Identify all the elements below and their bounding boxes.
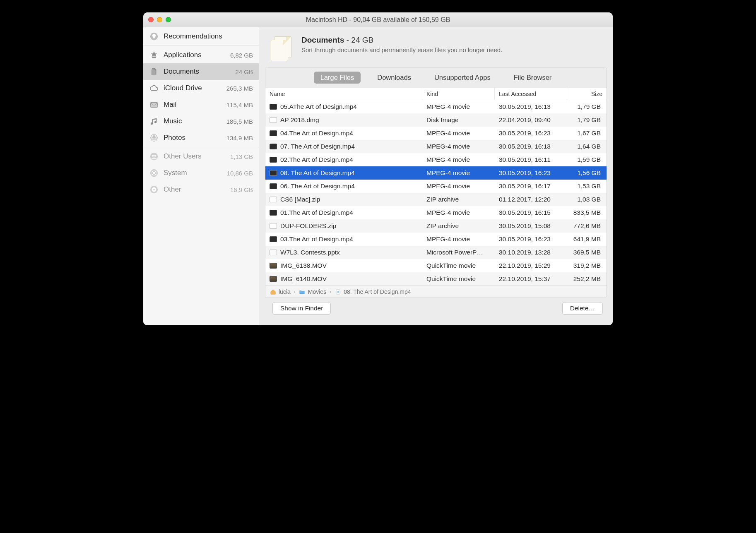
show-in-finder-button[interactable]: Show in Finder xyxy=(272,302,331,315)
path-segment[interactable]: lucia xyxy=(279,288,291,295)
path-segment[interactable]: 08. The Art of Design.mp4 xyxy=(344,288,411,295)
sidebar-item-other-users[interactable]: Other Users1,13 GB xyxy=(143,148,259,165)
table-row[interactable]: 06. The Art of Design.mp4MPEG-4 movie30.… xyxy=(265,180,607,193)
window-title: Macintosh HD - 90,04 GB available of 150… xyxy=(306,16,450,24)
cell-size: 772,6 MB xyxy=(567,222,607,230)
sidebar-item-size: 1,13 GB xyxy=(230,153,253,160)
tab-unsupported-apps[interactable]: Unsupported Apps xyxy=(428,72,497,84)
zoom-button[interactable] xyxy=(166,17,171,22)
lightbulb-icon xyxy=(149,31,159,41)
path-segment[interactable]: Movies xyxy=(308,288,326,295)
sidebar-item-size: 10,86 GB xyxy=(227,170,253,177)
table-row[interactable]: DUP-FOLDERS.zipZIP archive30.05.2019, 15… xyxy=(265,219,607,233)
table-row[interactable]: 01.The Art of Design.mp4MPEG-4 movie30.0… xyxy=(265,206,607,219)
cell-size: 1,03 GB xyxy=(567,196,607,203)
table-row[interactable]: IMG_6140.MOVQuickTime movie22.10.2019, 1… xyxy=(265,272,607,286)
tab-large-files[interactable]: Large Files xyxy=(314,72,361,84)
cell-last-accessed: 30.05.2019, 16:13 xyxy=(495,103,567,110)
cell-last-accessed: 01.12.2017, 12:20 xyxy=(495,196,567,203)
sidebar-item-size: 115,4 MB xyxy=(226,101,253,108)
mail-icon xyxy=(149,100,159,110)
sidebar-item-applications[interactable]: Applications6,82 GB xyxy=(143,47,259,63)
sidebar-item-documents[interactable]: Documents24 GB xyxy=(143,63,259,80)
sidebar-item-label: System xyxy=(164,169,187,177)
close-button[interactable] xyxy=(148,17,154,22)
file-name: 04.The Art of Design.mp4 xyxy=(280,130,353,137)
column-name[interactable]: Name xyxy=(265,88,422,100)
minimize-button[interactable] xyxy=(157,17,162,22)
file-thumb-icon xyxy=(270,104,277,110)
table-row[interactable]: 07. The Art of Design.mp4MPEG-4 movie30.… xyxy=(265,140,607,153)
file-thumb-icon xyxy=(270,263,277,269)
file-name: 08. The Art of Design.mp4 xyxy=(280,169,355,177)
sidebar-item-photos[interactable]: Photos134,9 MB xyxy=(143,130,259,146)
sidebar-item-system[interactable]: System10,86 GB xyxy=(143,165,259,181)
column-last-accessed[interactable]: Last Accessed xyxy=(495,88,567,100)
file-thumb-icon xyxy=(270,130,277,136)
file-name: DUP-FOLDERS.zip xyxy=(280,222,336,230)
file-thumb-icon xyxy=(270,223,277,229)
cell-kind: MPEG-4 movie xyxy=(422,130,495,137)
file-thumb-icon xyxy=(270,276,277,282)
cell-last-accessed: 30.10.2019, 13:28 xyxy=(495,249,567,256)
table-body[interactable]: 05.AThe Art of Design.mp4MPEG-4 movie30.… xyxy=(265,100,607,286)
column-size[interactable]: Size xyxy=(567,88,607,100)
file-name: W7L3. Contests.pptx xyxy=(280,249,340,256)
cell-size: 1,79 GB xyxy=(567,116,607,124)
tab-downloads[interactable]: Downloads xyxy=(371,72,418,84)
sidebar-item-size: 6,82 GB xyxy=(230,52,253,59)
sidebar-item-music[interactable]: Music185,5 MB xyxy=(143,113,259,130)
storage-management-window: Macintosh HD - 90,04 GB available of 150… xyxy=(143,12,613,325)
table-row[interactable]: 04.The Art of Design.mp4MPEG-4 movie30.0… xyxy=(265,127,607,140)
cell-last-accessed: 30.05.2019, 16:15 xyxy=(495,209,567,216)
svg-point-10 xyxy=(150,153,158,160)
table-row[interactable]: 05.AThe Art of Design.mp4MPEG-4 movie30.… xyxy=(265,100,607,113)
panel-description: Sort through documents and permanently e… xyxy=(301,46,502,53)
folder-icon xyxy=(299,288,306,295)
photos-icon xyxy=(149,133,159,143)
table-row[interactable]: 08. The Art of Design.mp4MPEG-4 movie30.… xyxy=(265,166,607,180)
cell-size: 1,79 GB xyxy=(567,103,607,110)
delete-button[interactable]: Delete… xyxy=(562,302,603,315)
column-kind[interactable]: Kind xyxy=(422,88,495,100)
table-row[interactable]: CS6 [Mac].zipZIP archive01.12.2017, 12:2… xyxy=(265,193,607,206)
cell-size: 369,5 MB xyxy=(567,249,607,256)
sidebar-item-label: Photos xyxy=(164,134,185,142)
table-row[interactable]: IMG_6138.MOVQuickTime movie22.10.2019, 1… xyxy=(265,259,607,272)
table-row[interactable]: 02.The Art of Design.mp4MPEG-4 movie30.0… xyxy=(265,153,607,166)
sidebar-item-mail[interactable]: Mail115,4 MB xyxy=(143,96,259,113)
table-row[interactable]: AP 2018.dmgDisk Image22.04.2019, 09:401,… xyxy=(265,113,607,127)
file-name: IMG_6138.MOV xyxy=(280,262,327,269)
svg-point-6 xyxy=(153,137,155,139)
sidebar-item-size: 16,9 GB xyxy=(230,186,253,193)
disc-icon xyxy=(149,185,159,194)
cell-name: W7L3. Contests.pptx xyxy=(265,249,422,256)
file-icon xyxy=(335,288,341,295)
cell-name: 08. The Art of Design.mp4 xyxy=(265,169,422,177)
cell-last-accessed: 22.10.2019, 15:29 xyxy=(495,262,567,269)
svg-point-14 xyxy=(153,172,155,174)
file-thumb-icon xyxy=(270,197,277,202)
cell-size: 319,2 MB xyxy=(567,262,607,269)
table-row[interactable]: W7L3. Contests.pptxMicrosoft PowerP…30.1… xyxy=(265,246,607,259)
cell-size: 1,64 GB xyxy=(567,143,607,150)
sidebar-item-recommendations[interactable]: Recommendations xyxy=(143,28,259,45)
cell-kind: MPEG-4 movie xyxy=(422,182,495,190)
content-card: Large FilesDownloadsUnsupported AppsFile… xyxy=(265,67,607,298)
sidebar-item-other[interactable]: Other16,9 GB xyxy=(143,181,259,198)
cell-size: 1,56 GB xyxy=(567,169,607,177)
table-row[interactable]: 03.The Art of Design.mp4MPEG-4 movie30.0… xyxy=(265,233,607,246)
cell-kind: MPEG-4 movie xyxy=(422,209,495,216)
cell-name: AP 2018.dmg xyxy=(265,116,422,124)
sidebar-item-size: 265,3 MB xyxy=(226,85,253,92)
cell-size: 833,5 MB xyxy=(567,209,607,216)
file-name: AP 2018.dmg xyxy=(280,116,319,124)
file-thumb-icon xyxy=(270,236,277,242)
sidebar-item-icloud-drive[interactable]: iCloud Drive265,3 MB xyxy=(143,80,259,96)
file-thumb-icon xyxy=(270,183,277,189)
tab-file-browser[interactable]: File Browser xyxy=(507,72,559,84)
main-panel: Documents - 24 GB Sort through documents… xyxy=(259,27,613,325)
file-name: 02.The Art of Design.mp4 xyxy=(280,156,353,163)
cell-last-accessed: 30.05.2019, 15:08 xyxy=(495,222,567,230)
panel-title: Documents - 24 GB xyxy=(301,36,502,45)
